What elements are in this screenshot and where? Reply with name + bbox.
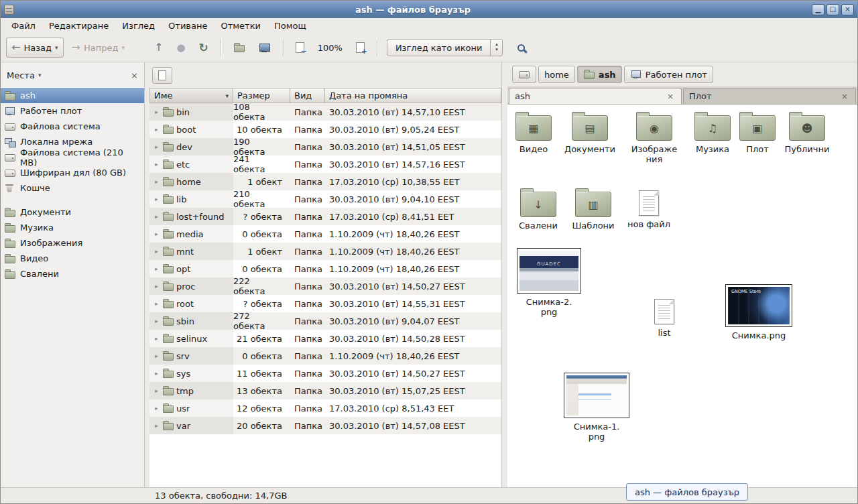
home-button[interactable] (228, 38, 251, 58)
table-row[interactable]: ▸ etc 241 обекта Папка 30.03.2010 (вт) 1… (149, 155, 501, 173)
file-icon-item[interactable]: Изображения (625, 110, 683, 165)
tab-close-icon[interactable]: × (839, 92, 850, 101)
sidebar-item[interactable]: Файлова система (1, 119, 144, 134)
sidebar-item[interactable]: ash (1, 88, 144, 103)
file-icon-item[interactable]: Видео (509, 110, 558, 155)
menu-item[interactable]: Отметки (214, 19, 267, 32)
pane-splitter[interactable] (502, 62, 507, 487)
zoom-in-button[interactable]: + (351, 38, 370, 58)
expander-icon[interactable]: ▸ (153, 178, 160, 185)
expander-icon[interactable]: ▸ (153, 353, 160, 359)
file-icon-item[interactable]: GUADEC Снимка-2.png (515, 248, 583, 318)
expander-icon[interactable]: ▸ (153, 300, 160, 307)
table-row[interactable]: ▸ var 20 обекта Папка 30.03.2010 (вт) 14… (149, 417, 501, 434)
close-button[interactable]: × (841, 4, 854, 15)
titlebar[interactable]: ash — файлов браузър ▁ □ × (1, 1, 857, 18)
places-caret-icon[interactable]: ▾ (38, 72, 42, 78)
breadcrumb-button[interactable]: Работен плот (624, 66, 713, 83)
table-row[interactable]: ▸ boot 10 обекта Папка 30.03.2010 (вт) 9… (149, 121, 501, 138)
file-icon-item[interactable]: list (646, 295, 683, 338)
column-header[interactable]: Дата на промяна ▾ (325, 88, 501, 103)
sidebar-item[interactable]: Шифриран дял (80 GB) (1, 165, 144, 180)
back-button[interactable]: ← Назад ▾ (6, 38, 64, 58)
back-dropdown-icon[interactable]: ▾ (55, 44, 58, 51)
expander-icon[interactable]: ▸ (153, 126, 160, 133)
expander-icon[interactable]: ▸ (153, 318, 160, 324)
dropdown-spin-icon[interactable]: ▴ ▾ (490, 40, 502, 56)
menu-item[interactable]: Редактиране (42, 19, 115, 32)
breadcrumb-button[interactable] (512, 66, 536, 83)
table-row[interactable]: ▸ dev 190 обекта Папка 30.03.2010 (вт) 1… (149, 138, 501, 155)
menu-item[interactable]: Помощ (267, 19, 313, 32)
table-row[interactable]: ▸ sys 11 обекта Папка 30.03.2010 (вт) 14… (149, 365, 501, 382)
menu-item[interactable]: Файл (5, 19, 42, 32)
table-row[interactable]: ▸ sbin 272 обекта Папка 30.03.2010 (вт) … (149, 312, 501, 330)
file-icon-item[interactable]: Шаблони (566, 186, 620, 231)
zoom-out-button[interactable]: − (290, 38, 310, 58)
sidebar-item[interactable]: Работен плот (1, 103, 144, 119)
breadcrumb-button[interactable]: home (538, 66, 575, 83)
table-row[interactable]: ▸ opt 0 обекта Папка 1.10.2009 (чт) 18,4… (149, 260, 501, 277)
sidebar-item[interactable]: Музика (1, 220, 144, 235)
expander-icon[interactable]: ▸ (153, 248, 160, 255)
expander-icon[interactable]: ▸ (153, 143, 160, 150)
view-mode-dropdown[interactable]: Изглед като икони ▴ ▾ (387, 39, 503, 56)
file-icon-item[interactable]: Музика (688, 110, 737, 155)
file-icon-item[interactable]: GNOME Store Снимка.png (723, 284, 794, 341)
table-row[interactable]: ▸ mnt 1 обект Папка 1.10.2009 (чт) 18,40… (149, 243, 501, 260)
file-icon-item[interactable]: Плот (737, 110, 778, 155)
table-row[interactable]: ▸ usr 12 обекта Папка 17.03.2010 (ср) 8,… (149, 399, 501, 417)
file-icon-item[interactable]: Свалени (513, 186, 564, 231)
table-row[interactable]: ▸ srv 0 обекта Папка 1.10.2009 (чт) 18,4… (149, 347, 501, 365)
menu-item[interactable]: Отиване (162, 19, 214, 32)
table-row[interactable]: ▸ tmp 13 обекта Папка 30.03.2010 (вт) 15… (149, 382, 501, 399)
table-row[interactable]: ▸ lib 210 обекта Папка 30.03.2010 (вт) 9… (149, 190, 501, 208)
tab[interactable]: ash × (509, 88, 682, 104)
file-icon-item[interactable]: нов файл (623, 186, 675, 230)
table-row[interactable]: ▸ selinux 21 обекта Папка 30.03.2010 (вт… (149, 330, 501, 347)
computer-button[interactable] (253, 38, 276, 58)
up-button[interactable]: ↑ (149, 38, 168, 58)
expander-icon[interactable]: ▸ (153, 422, 160, 429)
sidebar-item[interactable]: Документи (1, 204, 144, 220)
root-location-button[interactable] (152, 67, 172, 84)
table-row[interactable]: ▸ proc 222 обекта Папка 30.03.2010 (вт) … (149, 277, 501, 295)
expander-icon[interactable]: ▸ (153, 265, 160, 272)
expander-icon[interactable]: ▸ (153, 161, 160, 168)
expander-icon[interactable]: ▸ (153, 370, 160, 377)
expander-icon[interactable]: ▸ (153, 335, 160, 342)
column-header[interactable]: Вид ▾ (290, 88, 325, 103)
file-icon-item[interactable]: Снимка-1.png (561, 373, 632, 442)
table-row[interactable]: ▸ media 0 обекта Папка 1.10.2009 (чт) 18… (149, 225, 501, 243)
expander-icon[interactable]: ▸ (153, 109, 160, 115)
tab-close-icon[interactable]: × (665, 92, 676, 101)
maximize-button[interactable]: □ (826, 4, 839, 15)
stop-button[interactable]: ● (171, 38, 190, 58)
expander-icon[interactable]: ▸ (153, 387, 160, 394)
table-row[interactable]: ▸ lost+found ? обекта Папка 17.03.2010 (… (149, 208, 501, 225)
table-row[interactable]: ▸ home 1 обект Папка 17.03.2010 (ср) 10,… (149, 173, 501, 190)
sidebar-item[interactable]: Свалени (1, 266, 144, 281)
file-icon-item[interactable]: Документи (561, 110, 619, 155)
expander-icon[interactable]: ▸ (153, 405, 160, 412)
forward-button[interactable]: → Напред ▾ (66, 38, 130, 58)
menu-item[interactable]: Изглед (115, 19, 162, 32)
expander-icon[interactable]: ▸ (153, 283, 160, 290)
expander-icon[interactable]: ▸ (153, 213, 160, 220)
search-button[interactable] (509, 38, 532, 58)
file-icon-item[interactable]: Публични (781, 110, 833, 155)
sidebar-item[interactable]: Видео (1, 251, 144, 266)
sidebar-item[interactable]: Файлова система (210 MB) (1, 149, 144, 165)
tab[interactable]: Плот × (683, 88, 856, 104)
table-row[interactable]: ▸ bin 108 обекта Папка 30.03.2010 (вт) 1… (149, 103, 501, 121)
table-row[interactable]: ▸ root ? обекта Папка 30.03.2010 (вт) 14… (149, 295, 501, 312)
expander-icon[interactable]: ▸ (153, 231, 160, 237)
expander-icon[interactable]: ▸ (153, 196, 160, 202)
reload-button[interactable]: ↻ (193, 38, 213, 58)
minimize-button[interactable]: ▁ (812, 4, 824, 15)
sidebar-close-icon[interactable]: × (131, 70, 138, 80)
breadcrumb-button[interactable]: ash (577, 66, 622, 83)
sidebar-item[interactable]: Кошче (1, 180, 144, 196)
places-selector[interactable]: Места (7, 70, 35, 80)
sidebar-item[interactable]: Изображения (1, 235, 144, 251)
